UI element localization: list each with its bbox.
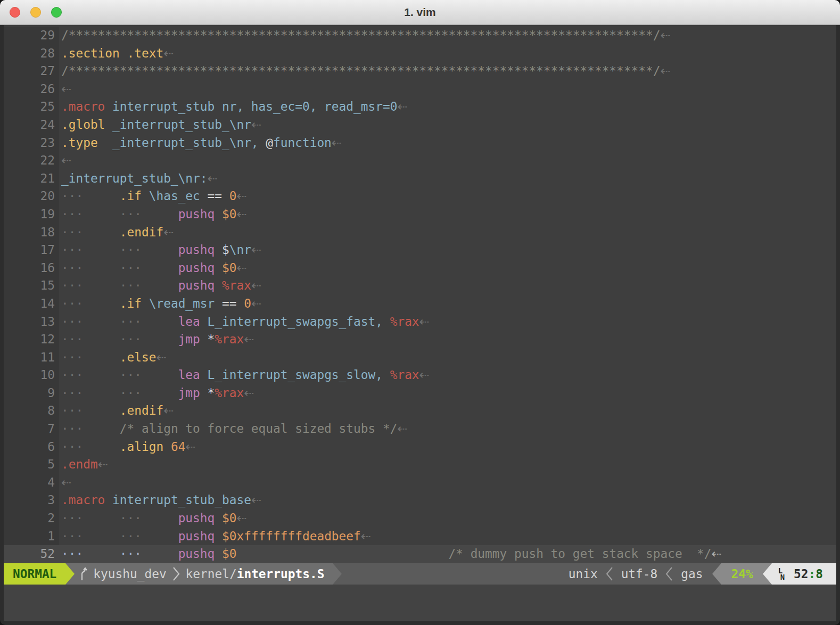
- code-line[interactable]: 17··· ··· pushq $\nr⇠: [4, 241, 836, 259]
- code-text: .macro interrupt_stub_base⇠: [59, 491, 261, 509]
- line-number: 25: [4, 98, 59, 116]
- eol-marker-icon: ⇠: [236, 189, 246, 203]
- code-line[interactable]: 1··· ··· pushq $0xffffffffdeadbeef⇠: [4, 528, 836, 546]
- eol-marker-icon: ⇠: [251, 278, 261, 292]
- code-line[interactable]: 18··· .endif⇠: [4, 224, 836, 242]
- line-number: 12: [4, 331, 59, 349]
- code-text: .section .text⇠: [59, 45, 174, 63]
- code-line[interactable]: 12··· ··· jmp *%rax⇠: [4, 331, 836, 349]
- code-line[interactable]: 19··· ··· pushq $0⇠: [4, 205, 836, 224]
- line-number-icon: LN: [778, 568, 785, 580]
- mode-label: NORMAL: [13, 567, 56, 581]
- code-text: ⇠: [59, 152, 71, 170]
- code-line[interactable]: 13··· ··· lea L_interrupt_swapgs_fast, %…: [4, 313, 836, 331]
- code-text: ··· .endif⇠: [59, 402, 174, 420]
- eol-marker-icon: ⇠: [660, 28, 670, 42]
- line-number: 23: [4, 134, 59, 152]
- vim-terminal-window: 1. vim 29/******************************…: [0, 0, 840, 625]
- code-line[interactable]: 4⇠: [4, 474, 836, 492]
- code-text: ··· .else⇠: [59, 349, 167, 367]
- file-encoding: utf-8: [621, 567, 658, 581]
- window-titlebar[interactable]: 1. vim: [0, 0, 840, 25]
- file-directory: kernel/: [186, 567, 237, 581]
- code-line-current[interactable]: 52··· ··· pushq $0 /* dummy push to get …: [4, 545, 836, 563]
- code-text: /***************************************…: [59, 27, 671, 45]
- line-number: 9: [4, 384, 59, 402]
- code-line[interactable]: 10··· ··· lea L_interrupt_swapgs_slow, %…: [4, 366, 836, 384]
- code-line[interactable]: 14··· .if \read_msr == 0⇠: [4, 295, 836, 313]
- code-line[interactable]: 20··· .if \has_ec == 0⇠: [4, 187, 836, 205]
- code-line[interactable]: 26⇠: [4, 80, 836, 98]
- code-line[interactable]: 23.type _interrupt_stub_\nr, @function⇠: [4, 134, 836, 152]
- code-line[interactable]: 22⇠: [4, 152, 836, 170]
- code-line[interactable]: 3.macro interrupt_stub_base⇠: [4, 491, 836, 509]
- code-text: ··· ··· jmp *%rax⇠: [59, 331, 254, 349]
- code-text: ··· ··· pushq $0⇠: [59, 509, 247, 528]
- code-line[interactable]: 5.endm⇠: [4, 456, 836, 474]
- line-number: 1: [4, 528, 59, 546]
- eol-marker-icon: ⇠: [361, 529, 371, 543]
- line-number: 17: [4, 241, 59, 259]
- powerline-separator-icon: [65, 563, 75, 585]
- code-text: ··· ··· pushq %rax⇠: [59, 277, 261, 295]
- line-number: 11: [4, 349, 59, 367]
- code-text: ··· .endif⇠: [59, 224, 174, 242]
- line-number: 8: [4, 402, 59, 420]
- chevron-left-icon: [606, 565, 613, 582]
- code-text: .globl _interrupt_stub_\nr⇠: [59, 116, 261, 134]
- line-number: 18: [4, 224, 59, 242]
- code-text: ··· ··· pushq $\nr⇠: [59, 241, 261, 259]
- code-line[interactable]: 28.section .text⇠: [4, 45, 836, 63]
- eol-marker-icon: ⇠: [163, 404, 174, 417]
- eol-marker-icon: ⇠: [244, 386, 254, 400]
- eol-marker-icon: ⇠: [419, 315, 430, 328]
- eol-marker-icon: ⇠: [185, 440, 195, 454]
- code-line[interactable]: 7··· /* align to force equal sized stubs…: [4, 420, 836, 438]
- code-line[interactable]: 9··· ··· jmp *%rax⇠: [4, 384, 836, 402]
- git-branch-icon: [79, 566, 87, 582]
- eol-marker-icon: ⇠: [208, 171, 218, 185]
- file-name: interrupts.S: [237, 567, 325, 581]
- code-line[interactable]: 25.macro interrupt_stub nr, has_ec=0, re…: [4, 98, 836, 116]
- editor-buffer[interactable]: 29/*************************************…: [4, 25, 836, 563]
- line-number: 20: [4, 187, 59, 205]
- statusline: NORMAL kyushu_dev kernel/interrupts.S un…: [4, 563, 836, 585]
- cursor-position: 52:8: [794, 567, 823, 581]
- code-line[interactable]: 8··· .endif⇠: [4, 402, 836, 420]
- code-line[interactable]: 29/*************************************…: [4, 27, 836, 45]
- eol-marker-icon: ⇠: [251, 493, 261, 507]
- line-number: 6: [4, 438, 59, 456]
- command-line[interactable]: [4, 585, 836, 621]
- code-line[interactable]: 16··· ··· pushq $0⇠: [4, 259, 836, 277]
- terminal-content: 29/*************************************…: [4, 25, 836, 621]
- git-branch-name: kyushu_dev: [93, 567, 166, 581]
- code-line[interactable]: 6··· .align 64⇠: [4, 438, 836, 456]
- eol-marker-icon: ⇠: [244, 332, 254, 346]
- eol-marker-icon: ⇠: [236, 261, 246, 275]
- line-number: 27: [4, 62, 59, 80]
- code-text: ··· .if \has_ec == 0⇠: [59, 187, 247, 205]
- file-format: unix: [569, 567, 598, 581]
- code-line[interactable]: 2··· ··· pushq $0⇠: [4, 509, 836, 528]
- code-line[interactable]: 21_interrupt_stub_\nr:⇠: [4, 170, 836, 188]
- scroll-percentage: 24%: [721, 563, 762, 585]
- code-text: /***************************************…: [59, 62, 671, 80]
- code-text: ··· .align 64⇠: [59, 438, 195, 456]
- eol-marker-icon: ⇠: [61, 475, 71, 489]
- code-line[interactable]: 15··· ··· pushq %rax⇠: [4, 277, 836, 295]
- code-line[interactable]: 27/*************************************…: [4, 62, 836, 80]
- code-line[interactable]: 11··· .else⇠: [4, 349, 836, 367]
- line-number: 10: [4, 366, 59, 384]
- code-line[interactable]: 24.globl _interrupt_stub_\nr⇠: [4, 116, 836, 134]
- code-text: ··· ··· lea L_interrupt_swapgs_fast, %ra…: [59, 313, 430, 331]
- code-text: .endm⇠: [59, 456, 108, 474]
- mode-indicator: NORMAL: [4, 563, 65, 585]
- window-title: 1. vim: [0, 0, 840, 24]
- powerline-separator-icon: [712, 563, 721, 585]
- eol-marker-icon: ⇠: [163, 225, 174, 239]
- eol-marker-icon: ⇠: [98, 457, 108, 471]
- code-text: .macro interrupt_stub nr, has_ec=0, read…: [59, 98, 407, 116]
- line-number: 15: [4, 277, 59, 295]
- eol-marker-icon: ⇠: [251, 118, 261, 131]
- chevron-left-icon: [665, 565, 673, 582]
